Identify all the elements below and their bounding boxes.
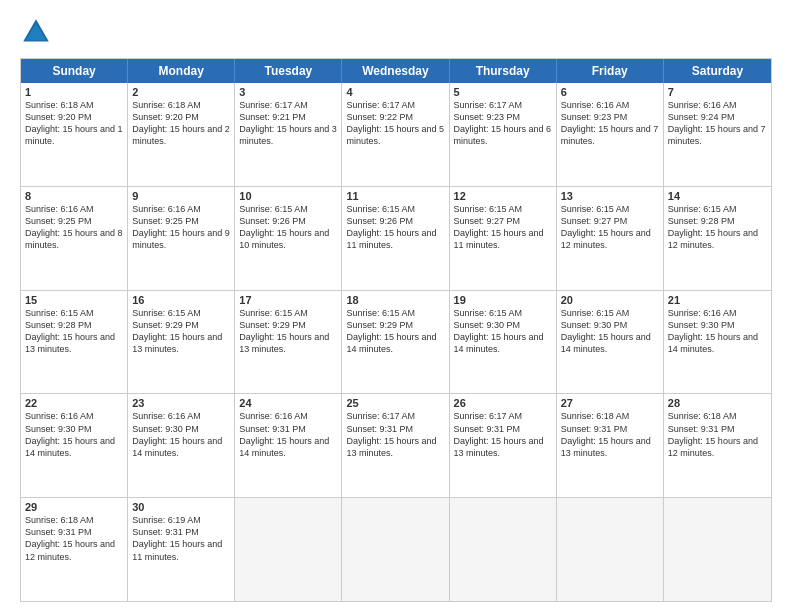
cell-info: Sunrise: 6:15 AM Sunset: 9:28 PM Dayligh…	[668, 203, 767, 252]
sunset-text: Sunset: 9:28 PM	[25, 320, 92, 330]
sunrise-text: Sunrise: 6:15 AM	[454, 204, 523, 214]
sunset-text: Sunset: 9:30 PM	[454, 320, 521, 330]
daylight-text: Daylight: 15 hours and 12 minutes.	[668, 436, 758, 458]
sunset-text: Sunset: 9:21 PM	[239, 112, 306, 122]
calendar-cell: 21 Sunrise: 6:16 AM Sunset: 9:30 PM Dayl…	[664, 291, 771, 394]
calendar-header: SundayMondayTuesdayWednesdayThursdayFrid…	[21, 59, 771, 83]
sunset-text: Sunset: 9:30 PM	[132, 424, 199, 434]
sunrise-text: Sunrise: 6:17 AM	[346, 100, 415, 110]
cell-info: Sunrise: 6:16 AM Sunset: 9:30 PM Dayligh…	[25, 410, 123, 459]
sunrise-text: Sunrise: 6:17 AM	[454, 411, 523, 421]
sunrise-text: Sunrise: 6:19 AM	[132, 515, 201, 525]
cell-info: Sunrise: 6:17 AM Sunset: 9:31 PM Dayligh…	[346, 410, 444, 459]
calendar-cell: 18 Sunrise: 6:15 AM Sunset: 9:29 PM Dayl…	[342, 291, 449, 394]
daylight-text: Daylight: 15 hours and 14 minutes.	[132, 436, 222, 458]
cell-info: Sunrise: 6:15 AM Sunset: 9:26 PM Dayligh…	[346, 203, 444, 252]
cell-info: Sunrise: 6:18 AM Sunset: 9:31 PM Dayligh…	[25, 514, 123, 563]
sunset-text: Sunset: 9:31 PM	[346, 424, 413, 434]
sunrise-text: Sunrise: 6:15 AM	[454, 308, 523, 318]
day-number: 13	[561, 190, 659, 202]
sunset-text: Sunset: 9:22 PM	[346, 112, 413, 122]
daylight-text: Daylight: 15 hours and 13 minutes.	[132, 332, 222, 354]
calendar-cell: 6 Sunrise: 6:16 AM Sunset: 9:23 PM Dayli…	[557, 83, 664, 186]
cell-info: Sunrise: 6:16 AM Sunset: 9:24 PM Dayligh…	[668, 99, 767, 148]
sunrise-text: Sunrise: 6:15 AM	[239, 204, 308, 214]
cell-info: Sunrise: 6:15 AM Sunset: 9:27 PM Dayligh…	[561, 203, 659, 252]
sunrise-text: Sunrise: 6:16 AM	[561, 100, 630, 110]
daylight-text: Daylight: 15 hours and 3 minutes.	[239, 124, 337, 146]
day-number: 18	[346, 294, 444, 306]
daylight-text: Daylight: 15 hours and 14 minutes.	[454, 332, 544, 354]
calendar-cell: 29 Sunrise: 6:18 AM Sunset: 9:31 PM Dayl…	[21, 498, 128, 601]
daylight-text: Daylight: 15 hours and 11 minutes.	[346, 228, 436, 250]
daylight-text: Daylight: 15 hours and 5 minutes.	[346, 124, 444, 146]
calendar-cell: 1 Sunrise: 6:18 AM Sunset: 9:20 PM Dayli…	[21, 83, 128, 186]
calendar-cell: 28 Sunrise: 6:18 AM Sunset: 9:31 PM Dayl…	[664, 394, 771, 497]
sunset-text: Sunset: 9:27 PM	[561, 216, 628, 226]
cell-info: Sunrise: 6:17 AM Sunset: 9:21 PM Dayligh…	[239, 99, 337, 148]
sunset-text: Sunset: 9:26 PM	[346, 216, 413, 226]
sunrise-text: Sunrise: 6:18 AM	[561, 411, 630, 421]
day-number: 24	[239, 397, 337, 409]
weekday-header: Thursday	[450, 59, 557, 83]
sunrise-text: Sunrise: 6:16 AM	[25, 411, 94, 421]
day-number: 9	[132, 190, 230, 202]
calendar-cell: 26 Sunrise: 6:17 AM Sunset: 9:31 PM Dayl…	[450, 394, 557, 497]
calendar-cell	[235, 498, 342, 601]
day-number: 16	[132, 294, 230, 306]
sunrise-text: Sunrise: 6:16 AM	[239, 411, 308, 421]
sunrise-text: Sunrise: 6:18 AM	[668, 411, 737, 421]
daylight-text: Daylight: 15 hours and 8 minutes.	[25, 228, 123, 250]
calendar-cell: 23 Sunrise: 6:16 AM Sunset: 9:30 PM Dayl…	[128, 394, 235, 497]
cell-info: Sunrise: 6:15 AM Sunset: 9:26 PM Dayligh…	[239, 203, 337, 252]
sunrise-text: Sunrise: 6:15 AM	[561, 308, 630, 318]
calendar-cell	[664, 498, 771, 601]
sunrise-text: Sunrise: 6:15 AM	[561, 204, 630, 214]
sunrise-text: Sunrise: 6:15 AM	[132, 308, 201, 318]
sunset-text: Sunset: 9:30 PM	[668, 320, 735, 330]
day-number: 4	[346, 86, 444, 98]
daylight-text: Daylight: 15 hours and 14 minutes.	[346, 332, 436, 354]
day-number: 5	[454, 86, 552, 98]
daylight-text: Daylight: 15 hours and 12 minutes.	[25, 539, 115, 561]
cell-info: Sunrise: 6:15 AM Sunset: 9:30 PM Dayligh…	[454, 307, 552, 356]
calendar-week-row: 22 Sunrise: 6:16 AM Sunset: 9:30 PM Dayl…	[21, 394, 771, 498]
calendar-cell: 7 Sunrise: 6:16 AM Sunset: 9:24 PM Dayli…	[664, 83, 771, 186]
daylight-text: Daylight: 15 hours and 14 minutes.	[239, 436, 329, 458]
daylight-text: Daylight: 15 hours and 6 minutes.	[454, 124, 552, 146]
day-number: 23	[132, 397, 230, 409]
calendar: SundayMondayTuesdayWednesdayThursdayFrid…	[20, 58, 772, 602]
sunrise-text: Sunrise: 6:17 AM	[346, 411, 415, 421]
sunrise-text: Sunrise: 6:15 AM	[25, 308, 94, 318]
cell-info: Sunrise: 6:16 AM Sunset: 9:25 PM Dayligh…	[132, 203, 230, 252]
weekday-header: Saturday	[664, 59, 771, 83]
calendar-cell: 24 Sunrise: 6:16 AM Sunset: 9:31 PM Dayl…	[235, 394, 342, 497]
daylight-text: Daylight: 15 hours and 13 minutes.	[561, 436, 651, 458]
sunrise-text: Sunrise: 6:16 AM	[668, 308, 737, 318]
day-number: 11	[346, 190, 444, 202]
sunrise-text: Sunrise: 6:18 AM	[132, 100, 201, 110]
calendar-cell: 19 Sunrise: 6:15 AM Sunset: 9:30 PM Dayl…	[450, 291, 557, 394]
calendar-cell: 2 Sunrise: 6:18 AM Sunset: 9:20 PM Dayli…	[128, 83, 235, 186]
sunset-text: Sunset: 9:31 PM	[239, 424, 306, 434]
calendar-cell: 3 Sunrise: 6:17 AM Sunset: 9:21 PM Dayli…	[235, 83, 342, 186]
cell-info: Sunrise: 6:18 AM Sunset: 9:20 PM Dayligh…	[25, 99, 123, 148]
day-number: 14	[668, 190, 767, 202]
calendar-cell: 4 Sunrise: 6:17 AM Sunset: 9:22 PM Dayli…	[342, 83, 449, 186]
day-number: 7	[668, 86, 767, 98]
sunset-text: Sunset: 9:31 PM	[668, 424, 735, 434]
calendar-cell: 30 Sunrise: 6:19 AM Sunset: 9:31 PM Dayl…	[128, 498, 235, 601]
calendar-cell: 13 Sunrise: 6:15 AM Sunset: 9:27 PM Dayl…	[557, 187, 664, 290]
logo-icon	[20, 16, 52, 48]
cell-info: Sunrise: 6:18 AM Sunset: 9:31 PM Dayligh…	[668, 410, 767, 459]
day-number: 10	[239, 190, 337, 202]
daylight-text: Daylight: 15 hours and 7 minutes.	[561, 124, 659, 146]
sunset-text: Sunset: 9:25 PM	[132, 216, 199, 226]
cell-info: Sunrise: 6:15 AM Sunset: 9:28 PM Dayligh…	[25, 307, 123, 356]
calendar-cell: 8 Sunrise: 6:16 AM Sunset: 9:25 PM Dayli…	[21, 187, 128, 290]
calendar-cell	[450, 498, 557, 601]
day-number: 27	[561, 397, 659, 409]
sunset-text: Sunset: 9:25 PM	[25, 216, 92, 226]
day-number: 25	[346, 397, 444, 409]
day-number: 1	[25, 86, 123, 98]
